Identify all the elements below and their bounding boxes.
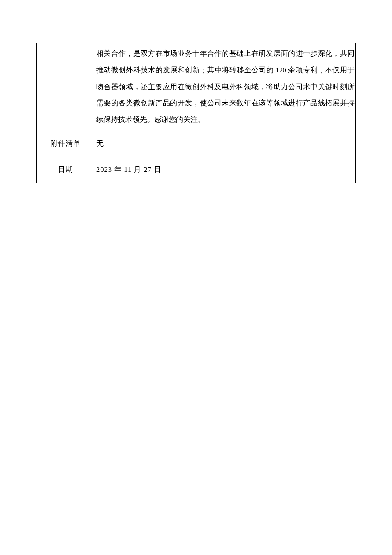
row-content: 相关合作，是双方在市场业务十年合作的基础上在研发层面的进一步深化，共同推动微创外… xyxy=(95,43,356,131)
row-content-attachment: 无 xyxy=(95,131,356,156)
row-label-attachment: 附件清单 xyxy=(37,131,95,156)
row-label-date: 日期 xyxy=(37,156,95,183)
row-label xyxy=(37,43,95,131)
table-row: 相关合作，是双方在市场业务十年合作的基础上在研发层面的进一步深化，共同推动微创外… xyxy=(37,43,356,131)
row-content-date: 2023 年 11 月 27 日 xyxy=(95,156,356,183)
document-table: 相关合作，是双方在市场业务十年合作的基础上在研发层面的进一步深化，共同推动微创外… xyxy=(36,43,356,183)
table-row: 附件清单 无 xyxy=(37,131,356,156)
table-row: 日期 2023 年 11 月 27 日 xyxy=(37,156,356,183)
